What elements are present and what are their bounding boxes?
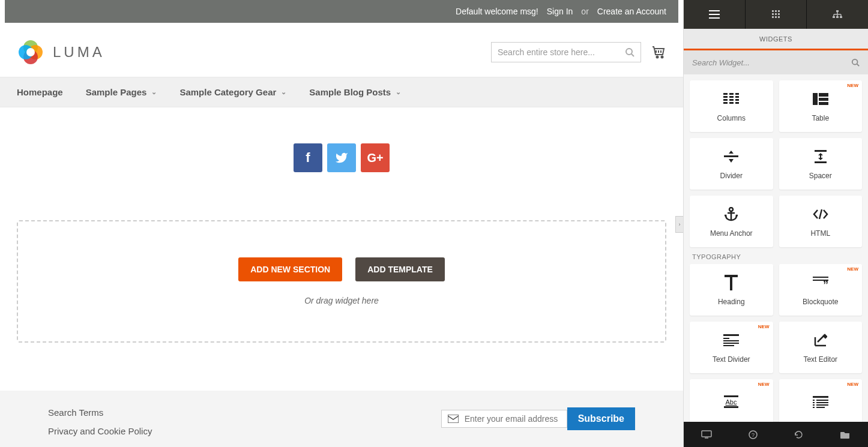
widget-card-text-divider[interactable]: NEWText Divider	[690, 322, 773, 373]
chevron-down-icon: ⌄	[151, 88, 157, 96]
cart-icon[interactable]	[652, 45, 666, 59]
widget-card-heading[interactable]: Heading	[690, 264, 773, 316]
svg-point-5	[626, 49, 632, 55]
divider-icon	[724, 148, 738, 166]
svg-rect-41	[729, 96, 734, 98]
svg-marker-56	[818, 153, 823, 155]
svg-rect-27	[836, 16, 839, 18]
widgets-sidebar: WIDGETS ColumnsNEWTableDividerSpacerMenu…	[683, 0, 868, 447]
svg-rect-21	[778, 13, 780, 15]
svg-rect-22	[772, 16, 774, 18]
widget-card-blockquote[interactable]: NEW”Blockquote	[779, 264, 863, 316]
sidebar-bottom-bar: ?	[684, 422, 868, 447]
widget-card-abc[interactable]: NEWAbc	[690, 379, 773, 422]
widget-card-html[interactable]: HTML	[779, 196, 863, 247]
svg-rect-26	[833, 16, 835, 18]
nav-item-sample-blog[interactable]: Sample Blog Posts ⌄	[309, 77, 401, 107]
widget-card-text-editor[interactable]: Text Editor	[779, 322, 863, 373]
svg-rect-15	[709, 17, 720, 19]
typography-section-title: TYPOGRAPHY	[690, 247, 862, 264]
svg-rect-25	[836, 10, 839, 12]
help-icon[interactable]: ?	[730, 422, 776, 447]
page-builder-dropzone[interactable]: ADD NEW SECTION ADD TEMPLATE Or drag wid…	[17, 220, 666, 343]
widget-card-columns[interactable]: Columns	[690, 80, 773, 132]
svg-rect-45	[735, 96, 739, 98]
nav-item-homepage[interactable]: Homepage	[17, 77, 63, 107]
sidebar-top-tabs	[684, 0, 868, 29]
svg-rect-37	[723, 96, 728, 98]
site-header: LUMA	[0, 28, 683, 77]
svg-rect-39	[723, 102, 728, 104]
googleplus-button[interactable]: G+	[361, 143, 390, 172]
twitter-button[interactable]	[327, 143, 356, 172]
widget-label: Menu Anchor	[710, 229, 753, 238]
new-badge: NEW	[758, 324, 770, 329]
svg-rect-42	[729, 99, 734, 101]
widget-card-list[interactable]: NEW	[779, 379, 863, 422]
widget-card-spacer[interactable]: Spacer	[779, 138, 863, 190]
svg-rect-64	[725, 275, 738, 277]
svg-point-8	[662, 56, 663, 58]
logo[interactable]: LUMA	[17, 38, 105, 66]
logo-text: LUMA	[53, 44, 105, 61]
social-share-row: f G+	[0, 107, 683, 220]
svg-rect-24	[778, 16, 780, 18]
svg-rect-51	[819, 102, 828, 105]
facebook-button[interactable]: f	[294, 143, 322, 172]
texteditor-icon	[814, 331, 827, 349]
svg-rect-65	[730, 277, 732, 290]
history-icon[interactable]	[776, 422, 822, 447]
svg-point-4	[26, 48, 35, 56]
svg-rect-17	[775, 10, 777, 12]
sidebar-tab-menu[interactable]	[684, 0, 746, 29]
svg-rect-47	[735, 102, 739, 104]
or-text: or	[581, 7, 588, 16]
svg-point-60	[729, 208, 733, 211]
abc-icon: Abc	[723, 393, 740, 411]
nav-item-sample-category[interactable]: Sample Category Gear ⌄	[179, 77, 286, 107]
nav-label: Sample Pages	[86, 87, 147, 97]
footer-link-search-terms[interactable]: Search Terms	[48, 407, 152, 418]
svg-rect-13	[709, 10, 720, 11]
svg-rect-36	[723, 93, 728, 95]
anchor-icon	[725, 205, 738, 223]
widget-label: Heading	[718, 298, 745, 306]
widget-card-menu-anchor[interactable]: Menu Anchor	[690, 196, 773, 247]
sidebar-title: WIDGETS	[684, 29, 868, 50]
drag-hint-text: Or drag widget here	[30, 296, 653, 305]
svg-rect-46	[735, 99, 739, 101]
widget-card-divider[interactable]: Divider	[690, 138, 773, 190]
search-input[interactable]	[498, 47, 625, 57]
widget-search-input[interactable]	[692, 58, 851, 67]
sidebar-tab-tree[interactable]	[807, 0, 868, 29]
responsive-icon[interactable]	[684, 422, 730, 447]
subscribe-input[interactable]	[465, 414, 561, 424]
subscribe-button[interactable]: Subscribe	[567, 407, 635, 430]
new-badge: NEW	[847, 382, 858, 387]
svg-rect-23	[775, 16, 777, 18]
svg-rect-69	[723, 334, 739, 336]
widget-card-table[interactable]: NEWTable	[779, 80, 863, 132]
nav-item-sample-pages[interactable]: Sample Pages ⌄	[86, 77, 157, 107]
footer-link-privacy[interactable]: Privacy and Cookie Policy	[48, 426, 152, 436]
add-section-button[interactable]: ADD NEW SECTION	[238, 257, 342, 281]
add-template-button[interactable]: ADD TEMPLATE	[355, 257, 445, 281]
folder-icon[interactable]	[822, 422, 868, 447]
search-icon[interactable]	[851, 58, 860, 67]
widget-label: Text Editor	[803, 355, 837, 364]
sign-in-link[interactable]: Sign In	[547, 7, 573, 16]
svg-rect-81	[813, 396, 828, 398]
collapse-sidebar-handle[interactable]: ›	[675, 216, 683, 233]
create-account-link[interactable]: Create an Account	[597, 7, 666, 16]
sidebar-tab-grid[interactable]	[746, 0, 807, 29]
svg-rect-85	[816, 407, 825, 408]
list-icon	[813, 393, 828, 411]
svg-line-63	[819, 209, 822, 219]
new-badge: NEW	[847, 83, 858, 88]
luma-logo-icon	[17, 38, 44, 66]
widget-label: Text Divider	[713, 355, 750, 364]
svg-point-34	[852, 59, 858, 65]
search-box[interactable]	[491, 42, 641, 62]
widget-label: Table	[812, 114, 829, 122]
search-icon[interactable]	[625, 47, 634, 57]
